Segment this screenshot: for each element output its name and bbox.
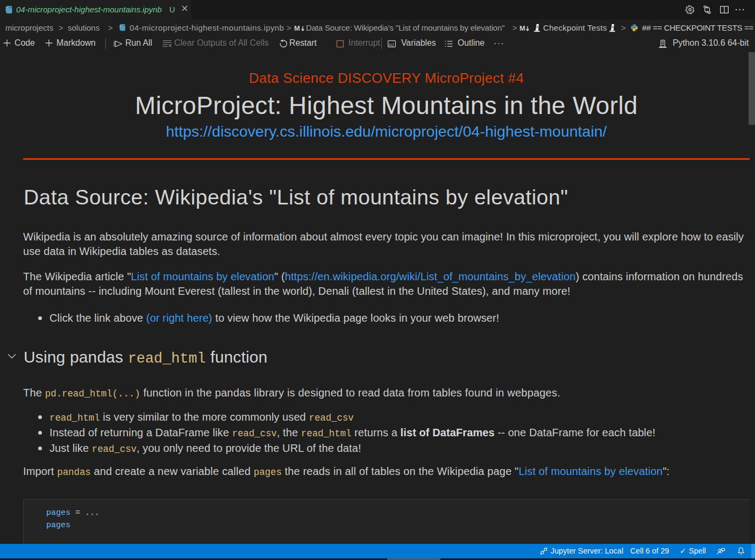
svg-text:(x): (x) xyxy=(389,42,394,47)
